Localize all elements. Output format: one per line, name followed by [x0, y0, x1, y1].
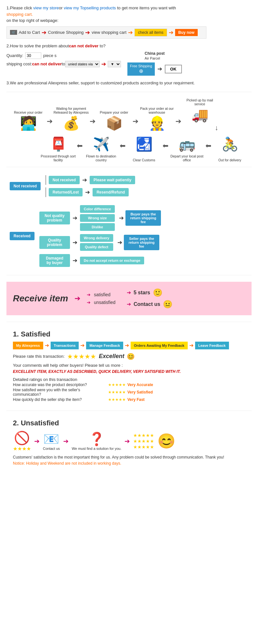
- quantity-input[interactable]: [25, 52, 41, 59]
- not-received-node: Not received: [49, 176, 80, 184]
- shopping-cart-link[interactable]: shopping cart.: [6, 12, 33, 17]
- step-receive-label: Receive your order: [14, 105, 43, 114]
- must-find-label: We must find a solution for you.: [72, 447, 122, 450]
- flow-arrow1: ➔: [82, 176, 87, 184]
- unsatisfied-title: 2. Unsatisfied: [13, 419, 245, 427]
- section1: 1.Please click view my storeor view my T…: [6, 5, 252, 39]
- no-icon: 🚫: [14, 431, 30, 446]
- quality-subnodes: Wrong delivery Quality defect: [80, 234, 113, 251]
- process-bottom-row: 🚴 Out for delivery ⬅ 🚌 Depart your local…: [10, 135, 248, 162]
- cart-steps-bar: 🛒 Add to Cart ➔ Continue Shopping ➔ view…: [6, 26, 206, 39]
- unsat-stars-4: ★★★★★: [133, 439, 154, 444]
- resend-refund-node: Resend/Refund: [93, 188, 129, 196]
- arrow-rev2: ⬅: [163, 135, 168, 150]
- excellent-text: Excellent: [99, 353, 124, 360]
- view-store-link[interactable]: view my store: [33, 5, 59, 10]
- rating-row-1: How accurate was the product description…: [13, 383, 245, 387]
- arrow-step1: ➔: [47, 117, 53, 132]
- step-out-delivery: 🚴 Out for delivery: [211, 135, 248, 162]
- step-depart-label: Depart your local post office: [168, 153, 205, 162]
- excellent-emoji: 😊: [127, 353, 135, 360]
- not-quality-row: Not quality problem ➔ Color difference W…: [39, 205, 161, 231]
- shipping-row: shipping cost: can not deliver to unied …: [6, 61, 121, 68]
- contact-us-label2: Contact us: [43, 447, 60, 450]
- unsat-arrow1: ➔: [34, 437, 40, 445]
- unsatisfied-row: ➔ unsatisfied: [87, 300, 115, 305]
- cart-icon: 🛒: [10, 30, 17, 35]
- do-not-accept-node: Do not accept return or exchange: [80, 257, 144, 264]
- contact-us-label: Contact us: [134, 301, 160, 307]
- step-sort: 📮 Processed through sort facility: [40, 135, 77, 162]
- country-select[interactable]: unied states via: [65, 61, 100, 67]
- detailed-label: Detailed ratings on this transaction: [13, 377, 245, 382]
- section2-right: China post Air Parcel Free Shipping ⊕ ➔ …: [127, 51, 182, 76]
- section2-title: 2.How to solve the problem about: [6, 43, 69, 48]
- arrow-contact: ➔: [127, 301, 131, 307]
- step-customs-label: Clear Customs: [133, 153, 155, 162]
- receive-item-title: Receive item: [13, 293, 68, 304]
- step-flown-label: Flown to destination country: [83, 153, 120, 162]
- unsat-arrow3: ➔: [124, 437, 130, 445]
- free-shipping-box: Free Shipping ⊕: [127, 62, 155, 76]
- arrow-rev3: ⬅: [120, 135, 125, 150]
- process-section: Receive your order 🧑‍💻 ➔ Waiting for pay…: [6, 95, 252, 164]
- notice-text: Notice: Holiday and Weekend are not incl…: [13, 461, 245, 466]
- receive-item-banner: Receive item ➔ ➔ satisfied ➔ unsatisfied…: [6, 282, 252, 315]
- q1-stars: ★★★★★: [108, 383, 126, 387]
- unsat-arrow2: ➔: [63, 437, 69, 445]
- step-waiting-icon: 💰: [63, 115, 80, 131]
- unsat-stars-3: ★★★★★: [133, 444, 154, 450]
- section2: 2.How to solve the problem aboutcan not …: [6, 43, 252, 76]
- unsat-stars-5: ★★★★★: [133, 433, 154, 438]
- view-shopping-cart-label: view shopping cart: [92, 30, 126, 35]
- neutral-emoji: 😐: [163, 300, 173, 309]
- add-to-cart-label: Add to Cart: [19, 30, 40, 35]
- arrow-unsat: ➔: [87, 300, 91, 305]
- flow-arrow7: ➔: [73, 257, 77, 264]
- step-pack-icon: 👷: [149, 115, 165, 131]
- buy-now-button[interactable]: Buy now: [175, 29, 198, 36]
- fb-arrow4: ➔: [189, 342, 194, 348]
- question-icon: ❓: [89, 431, 105, 447]
- received-branches: Not quality problem ➔ Color difference W…: [39, 205, 161, 267]
- wrong-size-node: Wrong size: [80, 214, 115, 222]
- step-customs: 🛃 Clear Customs: [125, 135, 163, 162]
- unsatisfied-label: unsatisfied: [94, 300, 115, 305]
- shipping-method-select[interactable]: ▼: [108, 61, 121, 67]
- view-topselling-link[interactable]: view my Topselling products: [64, 5, 116, 10]
- step-pack-label: Pack your order at our warehouse: [138, 105, 175, 114]
- fb-step-manage: Manage Feedback: [86, 342, 123, 349]
- rate-text: Please rate this transaction:: [13, 354, 64, 359]
- arrow-sat: ➔: [87, 292, 91, 297]
- cannot-deliver2: can not deliver: [32, 62, 62, 66]
- step-sort-label: Processed through sort facility: [40, 153, 77, 162]
- fb-step-orders: Orders Awaiting My Feedback: [131, 342, 188, 349]
- happy-emoji: 🙂: [153, 288, 163, 297]
- unsat-stars-group: ★★★★★ ★★★★★ ★★★★★: [133, 433, 154, 450]
- cannot-deliver-text: can not deliver: [69, 43, 99, 48]
- section3: 3.We are professional Aliexpress seller,…: [6, 80, 252, 85]
- receive-arrow1: ➔: [74, 294, 80, 303]
- ok-arrow: ➔: [157, 65, 162, 72]
- please-wait-node: Please wait patiently: [90, 176, 135, 184]
- ok-button[interactable]: OK: [165, 65, 182, 73]
- five-stars-row: ➔ 5 stars 🙂: [127, 288, 173, 297]
- unsat-icon1-group: 🚫 ★★★★: [13, 431, 31, 452]
- step-prepare-order: Prepare your order 📦: [95, 105, 133, 132]
- flow-arrow6: ➔: [117, 239, 122, 246]
- step-receive-icon: 🧑‍💻: [20, 115, 37, 131]
- not-quality-node: Not quality problem: [39, 212, 70, 224]
- step-waiting-label: Waiting for payment Released by Aliexpre…: [53, 105, 90, 114]
- step-pickup-label: Picked up by mail service: [181, 97, 218, 106]
- arrow3: ➔: [128, 29, 133, 36]
- satisfied-section: 1. Satisfied My Aliexpress ➔ Transaction…: [6, 325, 252, 407]
- email-icon: 📧: [43, 431, 59, 447]
- q2-text: How satisfied were you with the seller's…: [13, 388, 106, 397]
- dislike-node: Dislike: [80, 223, 115, 231]
- step-pickup-icon: 🚚: [192, 107, 208, 123]
- wrong-delivery-node: Wrong delivery: [80, 234, 113, 242]
- not-quality-subnodes: Color difference Wrong size Dislike: [80, 205, 115, 231]
- contact-us-row: ➔ Contact us 😐: [127, 300, 173, 309]
- vert-line: [45, 175, 46, 185]
- check-all-items-label: check all items: [134, 29, 167, 36]
